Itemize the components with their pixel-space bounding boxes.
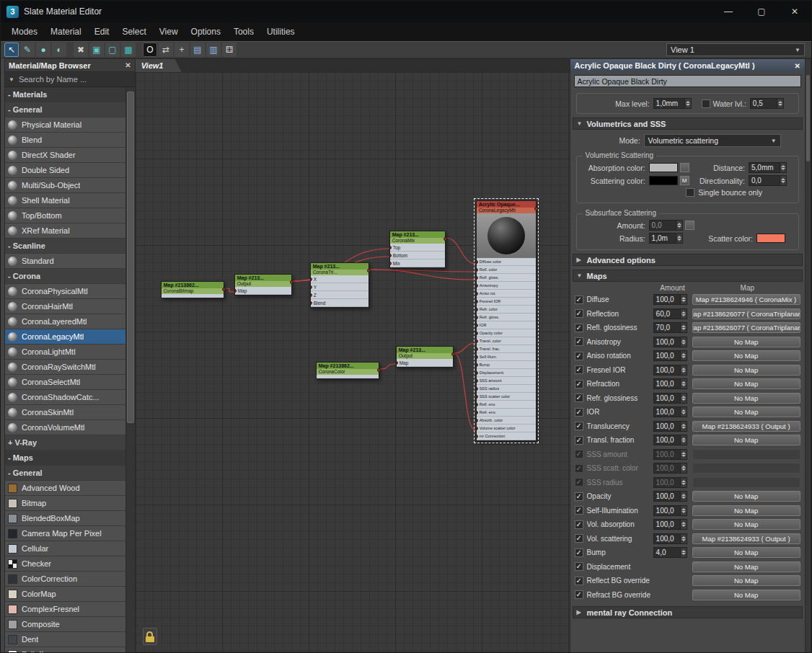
map-enable-checkbox[interactable]: ✓	[575, 464, 583, 473]
absorption-map-mini-button[interactable]	[680, 163, 689, 172]
node-slot[interactable]: mr Connection	[477, 432, 536, 440]
map-enable-checkbox[interactable]: ✓	[575, 492, 583, 501]
slot-socket-icon[interactable]	[477, 292, 478, 296]
output-socket-icon[interactable]	[443, 237, 447, 241]
map-slot-button[interactable]: No Map	[692, 337, 800, 347]
browser-item[interactable]: Dent	[5, 632, 125, 647]
node-slot[interactable]: Top	[390, 244, 445, 252]
slot-socket-icon[interactable]	[311, 285, 312, 289]
browser-item[interactable]: CoronaLegacyMtl	[5, 329, 125, 345]
slot-socket-icon[interactable]	[477, 308, 478, 311]
assign-material-icon[interactable]: ●	[36, 43, 50, 57]
slot-socket-icon[interactable]	[397, 361, 398, 365]
slot-socket-icon[interactable]	[477, 387, 478, 391]
node-slot[interactable]: Bump	[477, 361, 536, 369]
show-maps-icon[interactable]: ▦	[121, 43, 136, 57]
select-by-material-icon[interactable]: ⇄	[159, 43, 173, 57]
output-socket-icon[interactable]	[290, 280, 294, 284]
node-slot[interactable]: Aniso rot.	[477, 290, 536, 298]
map-enable-checkbox[interactable]: ✓	[575, 380, 583, 388]
browser-item[interactable]: Shell Material	[5, 193, 125, 208]
node-output1[interactable]: Map #213...OutputMap	[234, 274, 292, 296]
map-amount-field[interactable]: 100,0	[653, 505, 688, 516]
menu-tools[interactable]: Tools	[227, 24, 260, 40]
render-preview-icon[interactable]: O	[143, 43, 157, 57]
scattering-color-swatch[interactable]	[649, 176, 678, 185]
browser-scrollbar-thumb[interactable]	[127, 92, 134, 423]
slot-socket-icon[interactable]	[477, 419, 478, 422]
node-slot[interactable]: Y	[311, 283, 369, 291]
browser-item[interactable]: Double Sided	[5, 163, 125, 178]
node-slot[interactable]: Diffuse color	[477, 258, 536, 266]
map-slot-button[interactable]: No Map	[692, 519, 800, 530]
map-amount-field[interactable]: 100,0	[653, 407, 688, 417]
map-amount-field[interactable]: 100,0	[653, 393, 688, 404]
browser-item[interactable]: Standard	[5, 254, 125, 269]
slot-socket-icon[interactable]	[477, 268, 478, 272]
map-slot-button[interactable]: No Map	[692, 435, 800, 445]
slot-socket-icon[interactable]	[390, 246, 392, 249]
node-slot[interactable]: Blend	[311, 299, 369, 307]
browser-item[interactable]: Physical Material	[5, 117, 125, 133]
map-slot-button[interactable]: No Map	[692, 407, 800, 417]
water-level-checkbox[interactable]	[702, 99, 710, 108]
browser-close-icon[interactable]: ✕	[125, 61, 131, 69]
menu-material[interactable]: Material	[44, 24, 88, 40]
browser-group-row[interactable]: + V-Ray	[5, 435, 125, 450]
distance-field[interactable]: 5,0mm	[749, 162, 787, 173]
search-by-name-dropdown[interactable]: ▼ Search by Name ...	[5, 72, 135, 87]
directionality-field[interactable]: 0,0	[749, 175, 787, 186]
browser-group-row[interactable]: - Maps	[5, 450, 125, 466]
node-mix[interactable]: Map #213...CoronaMixTopBottomMix	[389, 231, 446, 268]
node-slot[interactable]: X	[311, 275, 369, 283]
map-amount-field[interactable]: 100,0	[653, 435, 688, 445]
map-slot-button[interactable]: No Map	[692, 491, 800, 502]
browser-item[interactable]: Camera Map Per Pixel	[5, 526, 125, 541]
node-slot[interactable]: Refr. gloss.	[477, 314, 536, 321]
parameter-panel-close-icon[interactable]: ✕	[795, 62, 800, 70]
slot-socket-icon[interactable]	[477, 324, 478, 327]
rollout-mental-ray[interactable]: ▶ mental ray Connection	[573, 606, 803, 618]
output-socket-icon[interactable]	[222, 288, 226, 291]
browser-item[interactable]: Top/Bottom	[5, 208, 125, 223]
map-amount-field[interactable]: 100,0	[653, 491, 688, 502]
map-enable-checkbox[interactable]: ✓	[575, 577, 583, 585]
map-amount-field[interactable]: 100,0	[653, 365, 688, 376]
browser-item[interactable]: Cellular	[5, 541, 125, 556]
node-slot[interactable]: Refl. color	[477, 266, 536, 274]
map-slot-button[interactable]: No Map	[692, 393, 800, 404]
map-amount-field[interactable]: 100,0	[653, 463, 688, 474]
map-enable-checkbox[interactable]: ✓	[575, 520, 583, 529]
browser-item[interactable]: ColorCorrection	[5, 572, 125, 587]
map-enable-checkbox[interactable]: ✓	[575, 352, 583, 360]
map-enable-checkbox[interactable]: ✓	[575, 450, 583, 458]
delete-selected-icon[interactable]: ✖	[74, 43, 88, 57]
browser-item[interactable]: CoronaPhysicalMtl	[5, 284, 125, 299]
menu-edit[interactable]: Edit	[88, 24, 116, 40]
slot-socket-icon[interactable]	[477, 403, 478, 407]
output-socket-icon[interactable]	[367, 269, 371, 272]
node-slot[interactable]: Self-Illum.	[477, 353, 536, 361]
browser-item[interactable]: CoronaRaySwitchMtl	[5, 360, 125, 375]
map-slot-button[interactable]: Map #2138626077 ( CoronaTriplanar )	[692, 322, 800, 333]
slot-socket-icon[interactable]	[477, 347, 478, 351]
map-amount-field[interactable]: 100,0	[653, 294, 688, 305]
browser-group-row[interactable]: - General	[5, 102, 125, 117]
output-socket-icon[interactable]	[451, 352, 455, 356]
maximize-button[interactable]: ▢	[745, 1, 778, 22]
map-enable-checkbox[interactable]: ✓	[575, 324, 583, 332]
map-enable-checkbox[interactable]: ✓	[575, 548, 583, 557]
node-slot[interactable]: Fresnel IOR	[477, 298, 536, 306]
node-slot[interactable]: SSS radius	[477, 385, 536, 393]
layout-all-icon[interactable]: ▤	[190, 43, 205, 57]
node-slot[interactable]: Refl. env.	[477, 401, 536, 409]
slot-socket-icon[interactable]	[477, 411, 478, 414]
browser-item[interactable]: Advanced Wood	[5, 481, 125, 496]
output-socket-icon[interactable]	[377, 368, 381, 372]
map-amount-field[interactable]: 100,0	[653, 533, 688, 544]
slot-socket-icon[interactable]	[477, 332, 478, 335]
map-slot-button[interactable]: No Map	[692, 378, 800, 389]
menu-utilities[interactable]: Utilities	[260, 24, 301, 40]
map-enable-checkbox[interactable]: ✓	[575, 506, 583, 515]
map-amount-field[interactable]: 100,0	[653, 337, 688, 347]
